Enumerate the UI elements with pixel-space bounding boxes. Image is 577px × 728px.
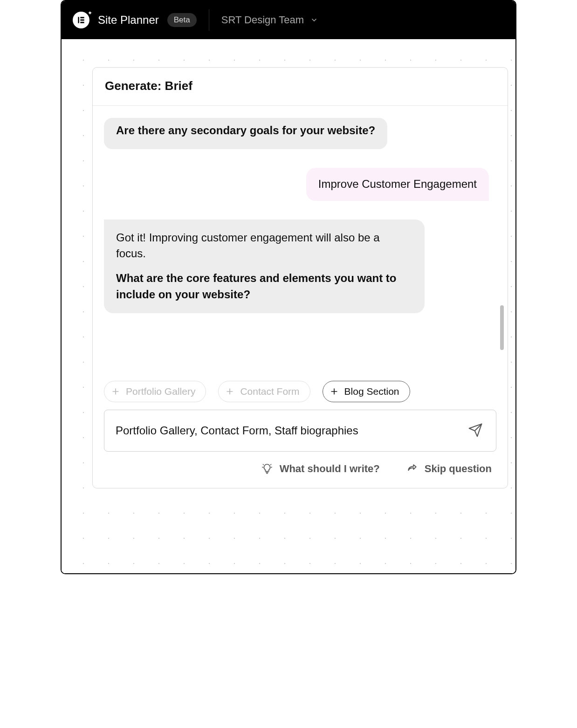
generate-brief-panel: Generate: Brief Are there any secondary … [92,67,508,488]
app-logo-icon: ✦ [73,12,89,28]
message-input[interactable] [116,424,464,437]
ai-question: Are there any secondary goals for your w… [116,123,375,139]
scrollbar[interactable] [500,118,504,368]
app-window: ✦ Site Planner Beta SRT Design Team Gene… [61,0,516,574]
what-should-i-write-button[interactable]: What should I write? [261,463,380,475]
send-button[interactable] [464,419,487,443]
message-list: Are there any secondary goals for your w… [104,118,496,313]
chip-label: Portfolio Gallery [126,386,195,397]
panel-title: Generate: Brief [105,79,495,93]
suggestion-chips: Portfolio Gallery Contact Form Blog Sect… [93,368,508,402]
helper-actions: What should I write? Skip question [93,452,508,488]
ai-message: Are there any secondary goals for your w… [104,118,387,149]
ai-message: Got it! Improving customer engagement wi… [104,220,425,313]
plus-icon [330,387,339,396]
chip-contact-form[interactable]: Contact Form [218,381,310,402]
chip-label: Contact Form [240,386,299,397]
send-icon [468,423,483,438]
vertical-divider [209,9,209,31]
chip-portfolio-gallery[interactable]: Portfolio Gallery [104,381,206,402]
chat-scroll-area[interactable]: Are there any secondary goals for your w… [93,106,508,368]
scroll-thumb[interactable] [500,305,504,350]
sparkle-icon: ✦ [88,10,92,16]
svg-rect-2 [80,20,84,21]
team-switcher[interactable]: SRT Design Team [221,14,318,26]
message-input-row [104,410,496,452]
team-name: SRT Design Team [221,14,304,26]
user-message: Improve Customer Engagement [306,168,489,201]
app-title: Site Planner [98,14,159,27]
ai-question: What are the core features and elements … [116,270,412,303]
canvas-area: Generate: Brief Are there any secondary … [62,39,515,573]
panel-header: Generate: Brief [93,68,508,106]
svg-rect-1 [80,17,84,18]
ai-text: Got it! Improving customer engagement wi… [116,230,412,262]
chip-blog-section[interactable]: Blog Section [323,381,410,402]
svg-rect-0 [78,17,79,23]
plus-icon [111,387,120,396]
top-bar: ✦ Site Planner Beta SRT Design Team [62,1,515,39]
chevron-down-icon [310,16,318,24]
chip-label: Blog Section [344,386,399,397]
plus-icon [225,387,234,396]
redo-arrow-icon [406,463,418,475]
lightbulb-icon [261,463,273,475]
svg-rect-3 [80,22,84,23]
beta-badge: Beta [167,13,197,27]
action-label: Skip question [425,463,492,475]
action-label: What should I write? [280,463,380,475]
skip-question-button[interactable]: Skip question [406,463,492,475]
